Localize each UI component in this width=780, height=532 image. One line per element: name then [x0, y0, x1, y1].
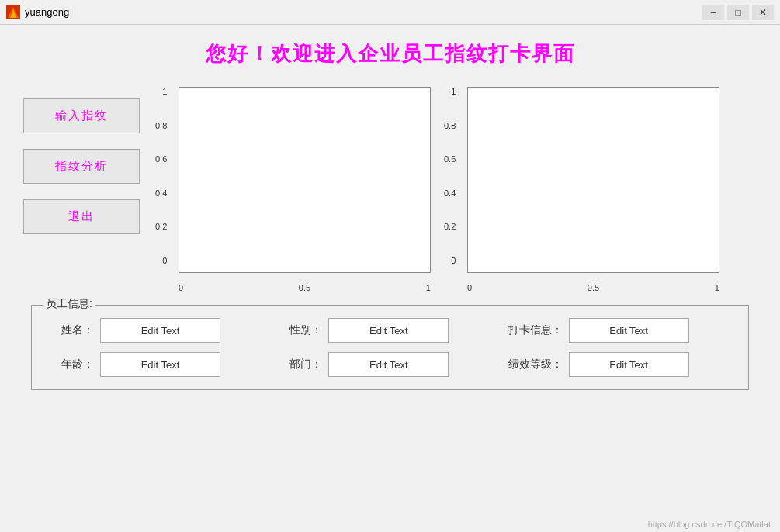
- app-title: yuangong: [25, 6, 702, 18]
- right-y-label-02: 0.2: [444, 222, 456, 231]
- left-x-label-05: 0.5: [299, 283, 310, 292]
- buttons-panel: 输入指纹 指纹分析 退出: [23, 98, 140, 234]
- name-field: 姓名： Edit Text: [47, 318, 276, 343]
- right-chart-y-labels: 1 0.8 0.6 0.4 0.2 0: [444, 83, 459, 269]
- performance-level-field: 绩效等级： Edit Text: [504, 352, 733, 377]
- left-y-label-08: 0.8: [155, 121, 167, 130]
- performance-level-label: 绩效等级：: [504, 358, 563, 371]
- left-y-label-04: 0.4: [155, 188, 167, 198]
- performance-level-input[interactable]: Edit Text: [569, 352, 689, 377]
- right-x-label-0: 0: [467, 283, 472, 292]
- right-y-label-06: 0.6: [444, 154, 456, 164]
- punch-info-input[interactable]: Edit Text: [569, 318, 689, 343]
- minimize-button[interactable]: –: [702, 5, 724, 20]
- right-chart-x-labels: 0 0.5 1: [467, 283, 719, 292]
- left-chart-y-labels: 1 0.8 0.6 0.4 0.2 0: [155, 83, 170, 269]
- right-chart-wrapper: 1 0.8 0.6 0.4 0.2 0 0 0.5 1: [444, 83, 723, 292]
- department-field: 部门： Edit Text: [276, 352, 504, 377]
- left-y-label-02: 0.2: [155, 222, 167, 231]
- charts-area: 1 0.8 0.6 0.4 0.2 0 0 0.5 1 1 0.8: [155, 83, 757, 292]
- info-row-2: 年龄： Edit Text 部门： Edit Text 绩效等级： Edit T…: [47, 352, 733, 377]
- analyze-fingerprint-button[interactable]: 指纹分析: [23, 149, 140, 184]
- left-y-label-1: 1: [162, 87, 167, 96]
- title-bar: yuangong – □ ✕: [0, 0, 780, 25]
- punch-info-field: 打卡信息： Edit Text: [504, 318, 733, 343]
- gender-input[interactable]: Edit Text: [328, 318, 449, 343]
- department-input[interactable]: Edit Text: [328, 352, 449, 377]
- left-y-label-0: 0: [162, 256, 167, 265]
- gender-field: 性别： Edit Text: [276, 318, 504, 343]
- left-chart-x-labels: 0 0.5 1: [179, 283, 431, 292]
- employee-info-legend: 员工信息:: [43, 297, 95, 311]
- right-y-label-08: 0.8: [444, 121, 456, 130]
- middle-section: 输入指纹 指纹分析 退出 1 0.8 0.6 0.4 0.2 0 0 0.5: [23, 83, 757, 292]
- name-label: 姓名：: [47, 323, 94, 337]
- maximize-button[interactable]: □: [727, 5, 749, 20]
- watermark: https://blog.csdn.net/TIQOMatlat: [648, 520, 771, 529]
- right-x-label-05: 0.5: [588, 283, 599, 292]
- right-x-label-1: 1: [715, 283, 719, 292]
- age-input[interactable]: Edit Text: [100, 352, 220, 377]
- age-label: 年龄：: [47, 358, 94, 371]
- main-content: 您好！欢迎进入企业员工指纹打卡界面 输入指纹 指纹分析 退出 1 0.8 0.6…: [0, 25, 780, 532]
- window-controls: – □ ✕: [702, 5, 774, 20]
- left-x-label-1: 1: [426, 283, 431, 292]
- department-label: 部门：: [276, 358, 322, 371]
- punch-info-label: 打卡信息：: [504, 323, 563, 337]
- right-y-label-0: 0: [451, 256, 456, 265]
- right-y-label-1: 1: [451, 87, 456, 96]
- input-fingerprint-button[interactable]: 输入指纹: [23, 98, 140, 133]
- left-chart-wrapper: 1 0.8 0.6 0.4 0.2 0 0 0.5 1: [155, 83, 435, 292]
- welcome-title: 您好！欢迎进入企业员工指纹打卡界面: [23, 40, 757, 67]
- gender-label: 性别：: [276, 323, 322, 337]
- app-icon: [6, 5, 20, 19]
- info-row-1: 姓名： Edit Text 性别： Edit Text 打卡信息： Edit T…: [47, 318, 733, 343]
- left-chart-canvas: [179, 87, 431, 273]
- close-button[interactable]: ✕: [752, 5, 774, 20]
- exit-button[interactable]: 退出: [23, 199, 140, 234]
- left-x-label-0: 0: [179, 283, 183, 292]
- right-chart-canvas: [467, 87, 719, 273]
- age-field: 年龄： Edit Text: [47, 352, 276, 377]
- right-y-label-04: 0.4: [444, 188, 456, 198]
- employee-info-section: 员工信息: 姓名： Edit Text 性别： Edit Text 打卡信息： …: [31, 305, 749, 390]
- name-input[interactable]: Edit Text: [100, 318, 220, 343]
- left-y-label-06: 0.6: [155, 154, 167, 164]
